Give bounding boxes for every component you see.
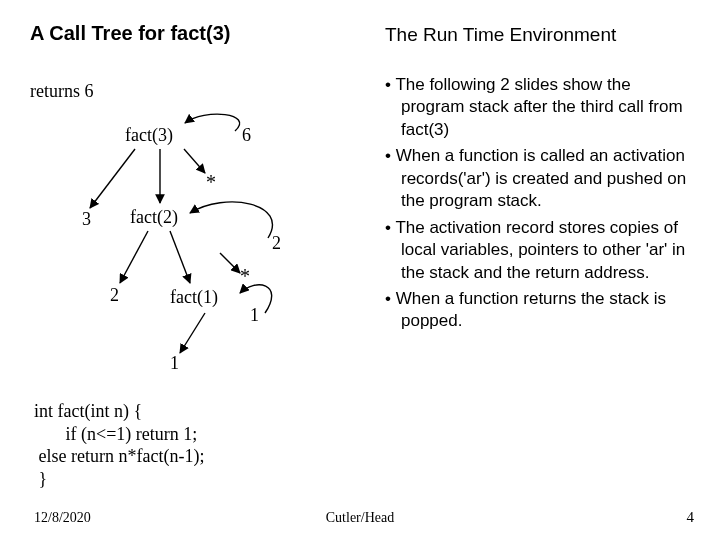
svg-line-4 <box>170 231 190 283</box>
bullet-item: The activation record stores copies of l… <box>385 217 695 284</box>
diagram-svg <box>30 73 370 403</box>
node-val2l: 2 <box>110 285 119 306</box>
footer-center: Cutler/Head <box>0 510 720 526</box>
bullet-item: The following 2 slides show the program … <box>385 74 695 141</box>
bullet-item: When a function returns the stack is pop… <box>385 288 695 333</box>
node-val6: 6 <box>242 125 251 146</box>
slide: A Call Tree for fact(3) <box>0 0 720 540</box>
node-fact3: fact(3) <box>125 125 173 146</box>
left-column: A Call Tree for fact(3) <box>30 22 370 403</box>
node-val3: 3 <box>82 209 91 230</box>
node-val1b: 1 <box>170 353 179 374</box>
node-op2: * <box>240 265 250 288</box>
node-fact1: fact(1) <box>170 287 218 308</box>
footer-page-number: 4 <box>687 509 695 526</box>
svg-line-5 <box>220 253 240 273</box>
code-snippet: int fact(int n) { if (n<=1) return 1; el… <box>34 400 364 490</box>
node-op1: * <box>206 171 216 194</box>
left-title: A Call Tree for fact(3) <box>30 22 370 45</box>
svg-line-2 <box>184 149 205 173</box>
returns-label: returns 6 <box>30 81 93 102</box>
svg-line-0 <box>90 149 135 208</box>
node-val1r: 1 <box>250 305 259 326</box>
node-fact2: fact(2) <box>130 207 178 228</box>
bullet-item: When a function is called an activation … <box>385 145 695 212</box>
right-column: The Run Time Environment The following 2… <box>385 22 695 337</box>
node-val2r: 2 <box>272 233 281 254</box>
bullet-list: The following 2 slides show the program … <box>385 74 695 333</box>
call-tree-diagram: returns 6 fact(3) 6 * 3 fact(2) 2 * 2 fa… <box>30 73 370 403</box>
svg-line-6 <box>180 313 205 353</box>
svg-line-3 <box>120 231 148 283</box>
right-title: The Run Time Environment <box>385 24 695 46</box>
